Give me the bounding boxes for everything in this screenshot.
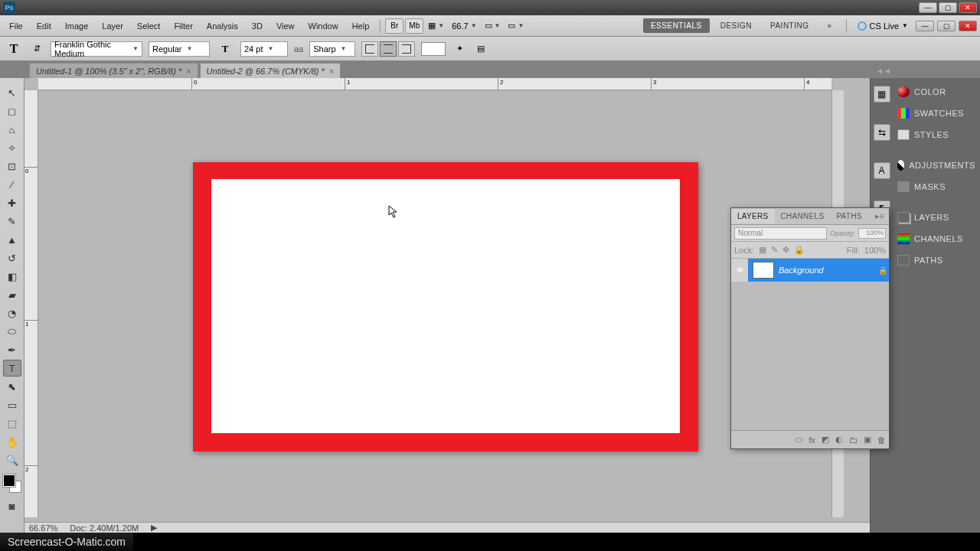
gradient-tool-icon[interactable]: ▰ xyxy=(3,286,21,303)
panel-collapse-icon[interactable]: ◄◄ xyxy=(877,64,890,77)
menu-image[interactable]: Image xyxy=(59,18,95,34)
menu-3d[interactable]: 3D xyxy=(246,18,269,34)
marquee-tool-icon[interactable]: ◻ xyxy=(3,103,21,119)
menu-help[interactable]: Help xyxy=(346,18,376,34)
nav-panel-icon[interactable]: ⇆ xyxy=(874,124,890,141)
hand-tool-icon[interactable]: ✋ xyxy=(3,433,21,450)
link-layers-icon[interactable]: ⬭ xyxy=(795,435,802,445)
layers-tab[interactable]: LAYERS xyxy=(731,209,775,223)
bridge-icon[interactable]: Br xyxy=(385,18,403,34)
masks-panel-tab[interactable]: MASKS xyxy=(893,176,980,197)
doc-minimize-button[interactable]: — xyxy=(916,21,934,31)
opacity-value[interactable]: 100% xyxy=(858,228,886,239)
lock-position-icon[interactable]: ✥ xyxy=(782,245,789,255)
view-extras-dropdown[interactable]: ▦ ▼ xyxy=(425,19,447,32)
layers-panel[interactable]: LAYERS CHANNELS PATHS ▸≡ Normal Opacity:… xyxy=(730,207,890,449)
panel-menu-icon[interactable]: ▸≡ xyxy=(871,211,889,221)
lock-pixels-icon[interactable]: ✎ xyxy=(771,245,778,255)
workspace-design[interactable]: DESIGN xyxy=(713,18,760,33)
canvas-document[interactable] xyxy=(193,162,698,452)
layer-name[interactable]: Background xyxy=(779,266,878,275)
paths-tab[interactable]: PATHS xyxy=(830,209,867,223)
align-left-button[interactable] xyxy=(361,41,378,57)
menu-select[interactable]: Select xyxy=(131,18,167,34)
font-style-select[interactable]: Regular▼ xyxy=(149,41,210,57)
cs-live-button[interactable]: CS Live ▼ xyxy=(853,21,913,31)
foreground-color-swatch[interactable] xyxy=(3,474,15,487)
arrange-dropdown[interactable]: ▭ ▼ xyxy=(482,19,504,32)
font-family-select[interactable]: Franklin Gothic Medium▼ xyxy=(51,41,142,57)
font-size-select[interactable]: 24 pt▼ xyxy=(240,41,288,57)
workspace-more[interactable]: » xyxy=(819,18,839,33)
workspace-painting[interactable]: PAINTING xyxy=(763,18,816,33)
layer-mask-icon[interactable]: ◩ xyxy=(822,435,829,445)
character-panel-icon[interactable]: ▤ xyxy=(473,41,488,57)
adjustments-panel-tab[interactable]: ADJUSTMENTS xyxy=(893,155,980,176)
text-color-swatch[interactable] xyxy=(421,42,446,56)
channels-tab[interactable]: CHANNELS xyxy=(775,209,831,223)
delete-layer-icon[interactable]: 🗑 xyxy=(877,435,886,445)
history-brush-tool-icon[interactable]: ↺ xyxy=(3,249,21,266)
layer-style-icon[interactable]: fx xyxy=(808,435,815,445)
menu-view[interactable]: View xyxy=(270,18,301,34)
warp-text-icon[interactable]: ✦ xyxy=(452,41,467,57)
crop-tool-icon[interactable]: ⊡ xyxy=(3,158,21,174)
workspace-essentials[interactable]: ESSENTIALS xyxy=(643,18,710,33)
clone-stamp-tool-icon[interactable]: ▲ xyxy=(3,231,21,248)
layer-thumbnail[interactable] xyxy=(753,262,774,279)
healing-brush-tool-icon[interactable]: ✚ xyxy=(3,194,21,211)
zoom-tool-icon[interactable]: 🔍 xyxy=(3,452,21,468)
menu-window[interactable]: Window xyxy=(302,18,345,34)
channels-panel-tab[interactable]: CHANNELS xyxy=(893,228,980,249)
lasso-tool-icon[interactable]: ⏢ xyxy=(3,121,21,138)
maximize-button[interactable]: ▢ xyxy=(939,2,957,13)
path-select-tool-icon[interactable]: ⬉ xyxy=(3,378,21,395)
quickmask-tool-icon[interactable]: ◙ xyxy=(3,497,21,514)
move-tool-icon[interactable]: ↖ xyxy=(3,84,21,101)
align-center-button[interactable] xyxy=(380,41,397,57)
color-swatches[interactable] xyxy=(3,474,21,496)
type-tool-icon[interactable]: T xyxy=(5,40,23,58)
close-icon[interactable]: × xyxy=(186,67,191,76)
styles-panel-tab[interactable]: STYLES xyxy=(893,124,980,145)
minimize-button[interactable]: — xyxy=(919,2,937,13)
lock-all-icon[interactable]: 🔒 xyxy=(794,245,805,255)
text-orientation-icon[interactable]: ⇵ xyxy=(29,41,44,57)
antialias-select[interactable]: Sharp▼ xyxy=(309,41,355,57)
new-layer-icon[interactable]: ▣ xyxy=(864,435,871,445)
history-panel-icon[interactable]: ▦ xyxy=(874,86,890,103)
zoom-level-dropdown[interactable]: 66.7 ▼ xyxy=(449,20,479,32)
adjustment-layer-icon[interactable]: ◐ xyxy=(835,435,843,445)
doc-close-button[interactable]: ✕ xyxy=(959,21,977,31)
doc-tab-1[interactable]: Untitled-1 @ 100% (3.5" x 2", RGB/8) *× xyxy=(29,63,198,78)
layer-group-icon[interactable]: 🗀 xyxy=(849,435,858,445)
dodge-tool-icon[interactable]: ⬭ xyxy=(3,323,21,340)
blur-tool-icon[interactable]: ◔ xyxy=(3,305,21,321)
doc-maximize-button[interactable]: ▢ xyxy=(937,21,956,31)
align-right-button[interactable] xyxy=(398,41,415,57)
type-tool-icon[interactable]: T xyxy=(3,360,21,377)
pen-tool-icon[interactable]: ✒ xyxy=(3,341,21,358)
character-panel-icon[interactable]: A xyxy=(874,162,890,179)
close-icon[interactable]: × xyxy=(329,67,334,76)
fill-value[interactable]: 100% xyxy=(864,246,886,255)
menu-edit[interactable]: Edit xyxy=(31,18,57,34)
3d-tool-icon[interactable]: ⬚ xyxy=(3,415,21,432)
magic-wand-tool-icon[interactable]: ✧ xyxy=(3,139,21,156)
menu-analysis[interactable]: Analysis xyxy=(201,18,244,34)
doc-tab-2[interactable]: Untitled-2 @ 66.7% (CMYK/8) *× xyxy=(200,63,341,78)
close-button[interactable]: ✕ xyxy=(959,2,977,13)
paths-panel-tab[interactable]: PATHS xyxy=(893,249,980,271)
menu-file[interactable]: File xyxy=(3,18,29,34)
eyedropper-tool-icon[interactable]: ⁄ xyxy=(3,176,21,193)
visibility-icon[interactable]: 👁 xyxy=(731,259,748,282)
menu-layer[interactable]: Layer xyxy=(96,18,129,34)
swatches-panel-tab[interactable]: SWATCHES xyxy=(893,103,980,124)
minibridge-icon[interactable]: Mb xyxy=(405,18,423,34)
lock-transparent-icon[interactable]: ▦ xyxy=(759,245,766,255)
layer-row[interactable]: 👁 Background 🔒 xyxy=(731,259,889,282)
brush-tool-icon[interactable]: ✎ xyxy=(3,213,21,230)
screen-mode-dropdown[interactable]: ▭ ▼ xyxy=(505,19,527,32)
eraser-tool-icon[interactable]: ◧ xyxy=(3,268,21,285)
shape-tool-icon[interactable]: ▭ xyxy=(3,396,21,413)
